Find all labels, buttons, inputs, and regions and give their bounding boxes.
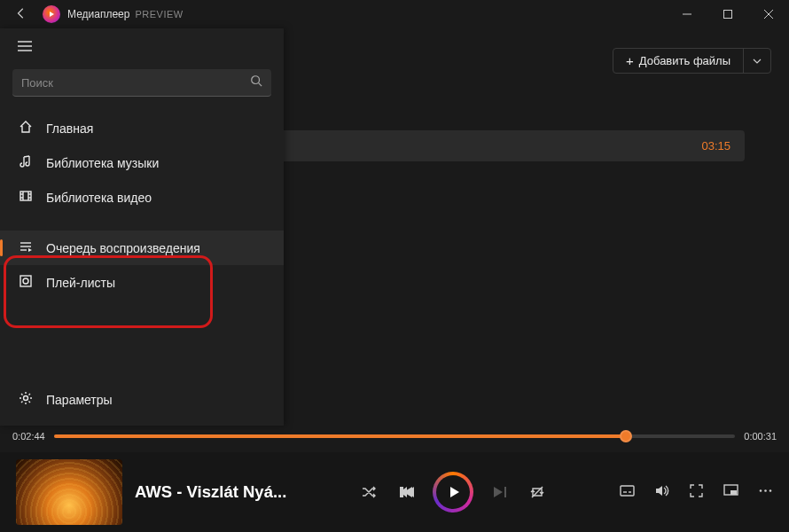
home-icon	[18, 120, 34, 137]
sidebar-item-label: Параметры	[46, 393, 113, 407]
svg-point-22	[23, 278, 28, 284]
svg-point-39	[760, 489, 762, 492]
time-elapsed: 0:02:44	[12, 431, 45, 442]
gear-icon	[18, 391, 34, 408]
svg-rect-32	[504, 487, 506, 497]
mini-player-button[interactable]	[723, 483, 738, 502]
plus-icon: +	[626, 54, 634, 67]
svg-line-9	[259, 83, 262, 87]
svg-marker-31	[494, 487, 503, 497]
svg-point-41	[769, 489, 772, 492]
subtitles-button[interactable]	[620, 483, 635, 502]
sidebar-item-label: Библиотека музыки	[46, 156, 159, 170]
add-files-dropdown[interactable]	[743, 49, 770, 73]
fullscreen-button[interactable]	[689, 483, 704, 502]
now-playing-title: AWS - Viszlát Nyá...	[135, 482, 286, 502]
film-icon	[18, 189, 34, 206]
back-button[interactable]	[7, 7, 35, 22]
nav-list: Главная Библиотека музыки Библиотека вид…	[0, 107, 284, 382]
hamburger-button[interactable]	[0, 28, 284, 64]
next-button[interactable]	[489, 481, 511, 503]
now-playing-thumbnail[interactable]	[16, 459, 122, 525]
svg-marker-20	[28, 248, 32, 252]
music-note-icon	[18, 154, 34, 171]
sidebar-item-home[interactable]: Главная	[0, 111, 284, 145]
track-duration: 03:15	[701, 139, 730, 153]
add-files-label: Добавить файлы	[639, 54, 730, 67]
sidebar: Главная Библиотека музыки Библиотека вид…	[0, 28, 284, 426]
search-box[interactable]	[12, 69, 271, 97]
svg-rect-2	[724, 11, 732, 19]
seek-knob[interactable]	[620, 430, 632, 442]
playlist-icon	[18, 274, 34, 291]
svg-point-40	[764, 489, 767, 492]
titlebar: Медиаплеер PREVIEW	[0, 0, 789, 28]
seek-fill	[54, 434, 627, 438]
maximize-button[interactable]	[707, 0, 748, 28]
svg-marker-0	[50, 12, 54, 17]
main-area: оспроизве... + Добавить файлы как список…	[0, 28, 789, 426]
volume-button[interactable]	[654, 483, 669, 502]
sidebar-item-play-queue[interactable]: Очередь воспроизведения	[0, 231, 284, 265]
player-bar: AWS - Viszlát Nyá...	[0, 452, 789, 532]
repeat-button[interactable]	[527, 481, 548, 503]
sidebar-item-label: Главная	[46, 121, 93, 136]
minimize-button[interactable]	[667, 0, 707, 28]
add-files-button[interactable]: + Добавить файлы	[613, 49, 743, 73]
play-button[interactable]	[433, 472, 473, 512]
svg-marker-30	[450, 487, 459, 497]
playback-controls	[299, 472, 607, 512]
sidebar-item-settings[interactable]: Параметры	[0, 382, 284, 417]
svg-rect-10	[20, 192, 31, 200]
svg-point-23	[24, 396, 28, 401]
sidebar-item-music-library[interactable]: Библиотека музыки	[0, 145, 284, 180]
svg-rect-38	[730, 490, 737, 495]
previous-button[interactable]	[395, 481, 417, 503]
search-icon	[250, 74, 262, 90]
svg-rect-21	[20, 276, 31, 286]
progress-bar-row: 0:02:44 0:00:31	[12, 431, 777, 442]
time-remaining: 0:00:31	[744, 431, 777, 442]
sidebar-item-playlists[interactable]: Плей-листы	[0, 265, 284, 300]
app-logo-icon	[43, 5, 60, 23]
preview-tag: PREVIEW	[135, 9, 183, 20]
svg-rect-34	[621, 486, 634, 496]
search-input[interactable]	[21, 76, 250, 90]
add-files-split-button: + Добавить файлы	[613, 48, 771, 74]
app-name: Медиаплеер	[67, 8, 129, 20]
sidebar-item-label: Плей-листы	[46, 276, 115, 290]
seek-bar[interactable]	[54, 434, 736, 438]
sidebar-item-label: Библиотека видео	[46, 191, 152, 205]
close-button[interactable]	[748, 0, 789, 28]
shuffle-button[interactable]	[358, 481, 379, 503]
queue-icon	[18, 239, 34, 256]
more-button[interactable]	[758, 483, 773, 502]
right-controls	[620, 483, 773, 502]
sidebar-item-video-library[interactable]: Библиотека видео	[0, 180, 284, 215]
svg-point-8	[252, 76, 260, 84]
sidebar-item-label: Очередь воспроизведения	[46, 241, 200, 255]
